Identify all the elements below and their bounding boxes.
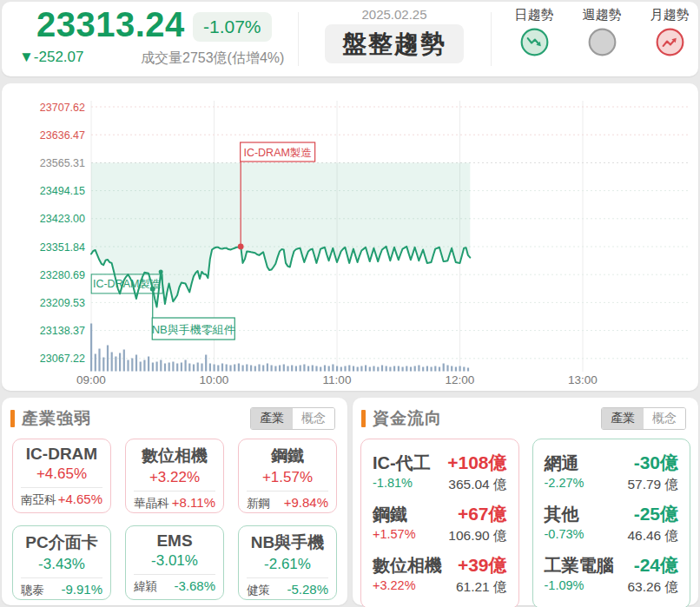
index-change-value: ▼-252.07 [19,49,83,66]
y-axis-tick: 23494.15 [40,185,85,197]
x-axis-tick: 09:00 [76,373,106,386]
industry-pct: +4.65% [13,465,110,483]
volume-bar [250,366,252,372]
top-stock-pct: -9.91% [61,582,102,597]
top-stock-name: 華晶科 [134,496,169,511]
volume-bar [168,363,170,372]
intraday-chart-canvas[interactable]: 09:0010:0011:0012:0013:0023707.6223636.4… [2,83,698,391]
tab-industry[interactable]: 產業 [251,408,293,429]
flow-row[interactable]: 其他 -25億 -0.73% 46.46 億 [545,502,679,545]
divider [21,577,102,578]
volume-bar [360,366,362,372]
volume-bar [439,367,440,372]
industry-card-gainer[interactable]: 鋼鐵 +1.57% 新鋼 +9.84% [238,439,337,513]
volume-bar [274,366,276,372]
volume-bar [205,355,207,372]
industry-pct: +3.22% [126,469,223,486]
top-stock-pct: -3.68% [174,578,215,593]
flow-name: 網通 [545,452,579,475]
flow-value: +67億 [458,502,507,526]
volume-bar [283,365,285,372]
flow-row[interactable]: 網通 -30億 -2.27% 57.79 億 [545,451,679,494]
industry-name: IC-DRAM [13,445,110,464]
volume-bar [111,353,113,372]
tab-industry[interactable]: 產業 [602,408,644,429]
volume-bar [143,360,145,372]
volume-bar [279,366,281,372]
flow-name: IC-代工 [373,452,431,475]
volume-bar [386,366,387,372]
trend-flat-icon [588,28,617,56]
top-stock-name: 聰泰 [21,583,44,598]
volume-bar [300,366,301,372]
volume-bar [107,346,109,372]
volume-bar [431,367,433,372]
flow-pct: -0.73% [545,527,584,545]
daily-trend-button[interactable]: 日趨勢 [508,7,560,60]
industry-card-gainer[interactable]: IC-DRAM +4.65% 南亞科 +4.65% [12,439,111,513]
volume-bar [254,366,256,372]
volume-bar [119,353,121,372]
volume-bar [246,365,248,372]
volume-text: 成交量2753億(估增4%) [141,49,284,68]
volume-bar [90,324,92,372]
volume-bar [229,366,231,372]
accent-bar [361,410,366,427]
flow-name: 鋼鐵 [373,503,407,526]
divider [21,487,102,488]
flow-row[interactable]: IC-代工 +108億 -1.81% 365.04 億 [373,451,507,494]
volume-bar [377,367,379,372]
volume-bar [156,362,158,372]
volume-bar [467,368,469,372]
volume-bar [164,364,166,372]
volume-bar [258,365,260,372]
weekly-trend-button[interactable]: 週趨勢 [576,7,628,60]
volume-bar [152,363,154,372]
y-axis-tick: 23280.69 [40,269,85,281]
industry-card-loser[interactable]: PC介面卡 -3.43% 聰泰 -9.91% [12,525,111,600]
flow-section-title: 資金流向 [373,407,442,430]
industry-card-gainer[interactable]: 數位相機 +3.22% 華晶科 +8.11% [125,439,224,513]
volume-bar [267,364,268,372]
flow-row[interactable]: 數位相機 +39億 +3.22% 61.21 億 [373,553,507,597]
index-value: 23313.24 [36,5,185,44]
volume-bar [95,354,96,372]
volume-bar [426,366,428,372]
x-axis-tick: 13:00 [568,373,598,386]
volume-bar [115,357,116,372]
y-axis-tick: 23423.00 [40,213,85,225]
top-stock-pct: +8.11% [172,495,215,510]
daily-trend-label: 日趨勢 [508,7,560,23]
volume-bar [135,355,137,372]
industry-name: 數位相機 [126,445,223,467]
volume-bar [320,367,321,372]
tab-concept[interactable]: 概念 [644,408,685,429]
divider [134,574,215,575]
flow-amount: 61.21 億 [456,578,507,597]
volume-bar [188,364,190,372]
top-stock-pct: -5.28% [287,582,328,597]
volume-bar [131,359,133,372]
monthly-trend-button[interactable]: 月趨勢 [644,7,696,60]
volume-bar [295,366,297,372]
volume-bar [181,363,182,372]
industry-card-loser[interactable]: NB與手機 -2.61% 健策 -5.28% [238,525,337,600]
volume-bar [217,366,219,372]
flow-row[interactable]: 工業電腦 -24億 -1.09% 63.26 億 [545,553,679,597]
flow-pct: -1.09% [545,578,584,597]
tab-concept[interactable]: 概念 [293,408,334,429]
volume-bar [463,367,465,372]
volume-bar [160,360,162,372]
flow-name: 其他 [545,503,579,526]
volume-bar [140,362,142,372]
top-stock-name: 緯穎 [134,579,157,595]
flow-row[interactable]: 鋼鐵 +67億 +1.57% 106.90 億 [373,502,507,545]
flow-amount: 46.46 億 [627,527,678,545]
volume-bar [287,366,288,372]
volume-bar [214,365,215,372]
industry-card-loser[interactable]: EMS -3.01% 緯穎 -3.68% [125,525,224,600]
volume-bar [340,367,342,372]
industry-name: 鋼鐵 [239,445,336,467]
volume-bar [315,366,317,372]
industry-pct: -3.01% [126,552,223,570]
